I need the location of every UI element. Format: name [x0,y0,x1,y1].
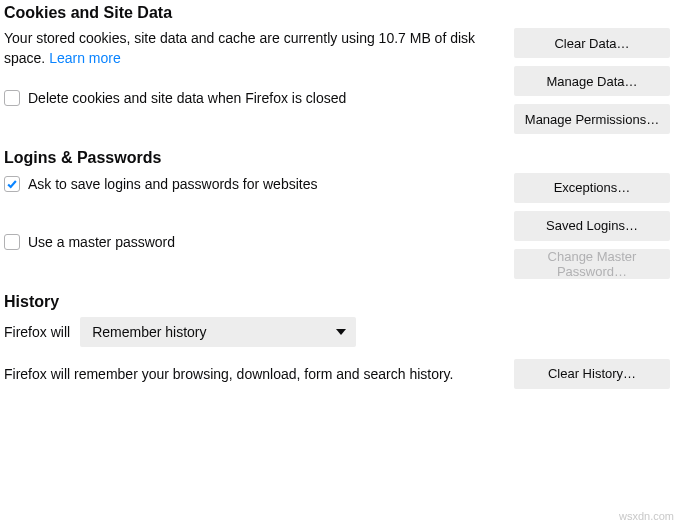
master-password-label: Use a master password [28,234,175,250]
ask-save-label: Ask to save logins and passwords for web… [28,176,317,192]
delete-on-close-label: Delete cookies and site data when Firefo… [28,90,346,106]
cookies-desc-prefix: Your stored cookies, site data and cache… [4,30,379,46]
history-section: History Firefox will Remember history Fi… [4,293,670,389]
history-bottom-row: Firefox will remember your browsing, dow… [4,359,670,389]
cookies-button-column: Clear Data… Manage Data… Manage Permissi… [514,28,670,134]
cookies-heading: Cookies and Site Data [4,4,504,22]
chevron-down-icon [336,329,346,335]
logins-section: Logins & Passwords Ask to save logins an… [4,149,670,253]
master-password-row: Use a master password [4,231,504,253]
logins-heading: Logins & Passwords [4,149,504,167]
history-mode-selected: Remember history [92,324,206,340]
cookies-description: Your stored cookies, site data and cache… [4,28,504,69]
history-summary: Firefox will remember your browsing, dow… [4,366,453,382]
history-prefix: Firefox will [4,324,70,340]
cookies-usage: 10.7 MB [379,30,431,46]
ask-save-checkbox[interactable] [4,176,20,192]
history-heading: History [4,293,670,311]
clear-history-button[interactable]: Clear History… [514,359,670,389]
check-icon [6,178,18,190]
logins-button-column: Exceptions… Saved Logins… Change Master … [514,173,670,279]
clear-data-button[interactable]: Clear Data… [514,28,670,58]
change-master-password-button[interactable]: Change Master Password… [514,249,670,279]
ask-save-row: Ask to save logins and passwords for web… [4,173,504,195]
exceptions-button[interactable]: Exceptions… [514,173,670,203]
cookies-section: Cookies and Site Data Your stored cookie… [4,4,670,109]
history-mode-select[interactable]: Remember history [80,317,356,347]
master-password-checkbox[interactable] [4,234,20,250]
manage-data-button[interactable]: Manage Data… [514,66,670,96]
delete-on-close-row: Delete cookies and site data when Firefo… [4,87,504,109]
history-mode-row: Firefox will Remember history [4,317,670,347]
saved-logins-button[interactable]: Saved Logins… [514,211,670,241]
manage-permissions-button[interactable]: Manage Permissions… [514,104,670,134]
delete-on-close-checkbox[interactable] [4,90,20,106]
learn-more-link[interactable]: Learn more [49,50,121,66]
